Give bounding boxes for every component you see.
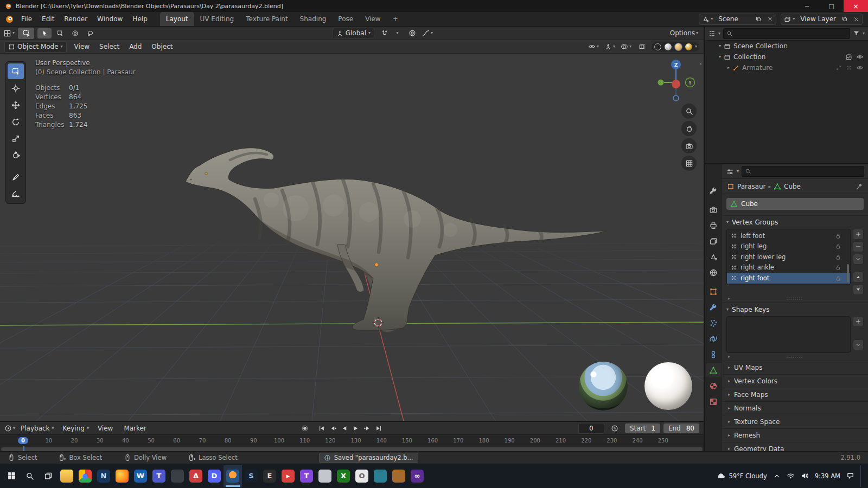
- viewport-menu-object[interactable]: Object: [146, 40, 177, 53]
- shading-wireframe[interactable]: [654, 43, 662, 51]
- taskbar-app-youtube[interactable]: ▸: [279, 465, 297, 487]
- vertex-group-right-foot[interactable]: right foot: [727, 273, 850, 284]
- ruler-frame[interactable]: 240: [625, 438, 650, 444]
- outliner-row-scene-collection[interactable]: ▾ Scene Collection: [705, 41, 868, 52]
- taskbar-app-xbox[interactable]: X: [334, 465, 353, 487]
- taskbar-app-file-explorer[interactable]: [58, 465, 76, 487]
- tool-scale[interactable]: [8, 131, 24, 146]
- move-group-down-button[interactable]: [853, 284, 864, 295]
- timeline-ruler[interactable]: 0 10 20 30 40 50 60 70 80 90 100 11: [0, 435, 704, 446]
- viewport-menu-select[interactable]: Select: [94, 40, 124, 53]
- properties-tab-wrench[interactable]: [706, 300, 722, 314]
- shading-solid[interactable]: [664, 43, 672, 51]
- viewport-menu-add[interactable]: Add: [124, 40, 146, 53]
- ortho-toggle-button[interactable]: [681, 156, 697, 171]
- next-keyframe-button[interactable]: [362, 423, 373, 433]
- panel-uv-maps[interactable]: ▸ UV Maps: [722, 361, 868, 374]
- tool-select-box[interactable]: [8, 63, 24, 79]
- options-dropdown[interactable]: Options▾: [670, 29, 698, 37]
- scene-name[interactable]: Scene: [716, 14, 752, 24]
- ruler-frame[interactable]: 100: [266, 438, 292, 444]
- panel-texture-space[interactable]: ▸ Texture Space: [722, 415, 868, 428]
- action-center-icon[interactable]: [846, 472, 854, 480]
- shading-dropdown[interactable]: ▾: [695, 44, 697, 49]
- checkbox-icon[interactable]: [845, 54, 852, 61]
- weather-widget[interactable]: 59°F Cloudy: [717, 472, 767, 480]
- ruler-frame[interactable]: 90: [241, 438, 266, 444]
- preview-range-toggle[interactable]: [608, 423, 622, 433]
- scene-new-button[interactable]: [752, 14, 764, 24]
- ruler-frame[interactable]: 50: [138, 438, 164, 444]
- menu-file[interactable]: File: [16, 12, 37, 26]
- timeline-menu-marker[interactable]: Marker: [119, 422, 152, 434]
- tool-rotate[interactable]: [8, 114, 24, 130]
- taskbar-app-twitch[interactable]: T: [297, 465, 316, 487]
- timeline-menu-keying[interactable]: Keying▾: [59, 422, 93, 434]
- taskbar-clock[interactable]: 9:39 AM: [815, 472, 840, 480]
- active-tool-button[interactable]: [18, 28, 34, 39]
- maximize-button[interactable]: □: [819, 0, 844, 12]
- tool-measure[interactable]: [8, 186, 24, 202]
- zoom-button[interactable]: [681, 104, 697, 119]
- lock-open-icon[interactable]: [835, 233, 841, 239]
- ruler-frame[interactable]: 30: [87, 438, 113, 444]
- ruler-frame[interactable]: 200: [522, 438, 548, 444]
- select-mode-circle[interactable]: [68, 28, 82, 38]
- collapse-icon[interactable]: ▾: [726, 220, 729, 224]
- network-icon[interactable]: [787, 472, 795, 480]
- taskbar-app-app-navy[interactable]: N: [94, 465, 113, 487]
- properties-tab-view-layer[interactable]: [706, 234, 722, 248]
- vertex-group-left-foot[interactable]: left foot: [727, 230, 850, 241]
- tool-cursor[interactable]: [8, 80, 24, 96]
- taskbar-app-app-slate[interactable]: [168, 465, 187, 487]
- ruler-frame[interactable]: 230: [599, 438, 624, 444]
- mode-dropdown[interactable]: Object Mode▾: [4, 41, 67, 53]
- overlays-dropdown[interactable]: ▾: [619, 42, 633, 52]
- ruler-frame[interactable]: 210: [548, 438, 573, 444]
- ruler-frame[interactable]: 60: [164, 438, 189, 444]
- viewport-menu-view[interactable]: View: [69, 40, 94, 53]
- view-layer-remove-button[interactable]: [851, 14, 862, 24]
- properties-tab-texture[interactable]: [706, 395, 722, 409]
- pan-button[interactable]: [681, 121, 697, 136]
- datablock-name-field[interactable]: Cube: [726, 198, 864, 210]
- ruler-frame[interactable]: 150: [394, 438, 420, 444]
- remove-vertex-group-button[interactable]: [853, 241, 864, 252]
- taskbar-app-teams[interactable]: T: [150, 465, 168, 487]
- workspace-tab-view[interactable]: View: [359, 12, 386, 26]
- shading-material-preview[interactable]: [674, 43, 682, 51]
- sidebar-toggle-arrow[interactable]: ‹: [700, 60, 702, 67]
- properties-tab-object-data[interactable]: [706, 363, 722, 377]
- vertex-group-right-leg[interactable]: right leg: [727, 241, 850, 252]
- properties-editor-icon[interactable]: [726, 168, 734, 176]
- ruler-frame[interactable]: 20: [61, 438, 87, 444]
- ruler-frame[interactable]: 120: [317, 438, 343, 444]
- outliner-editor-icon[interactable]: [708, 30, 716, 37]
- panel-face-maps[interactable]: ▸ Face Maps: [722, 388, 868, 401]
- timeline-menu-playback[interactable]: Playback▾: [16, 422, 59, 434]
- ruler-frame[interactable]: 130: [343, 438, 368, 444]
- timeline-menu-view[interactable]: View: [93, 422, 119, 434]
- add-shape-key-button[interactable]: [853, 316, 864, 327]
- tool-transform[interactable]: [8, 147, 24, 163]
- current-frame-field[interactable]: 0: [578, 423, 604, 434]
- ruler-frame[interactable]: 140: [369, 438, 394, 444]
- properties-tab-world[interactable]: [706, 266, 722, 280]
- gizmos-dropdown[interactable]: ▾: [603, 42, 617, 52]
- properties-tab-tool[interactable]: [706, 184, 722, 198]
- list-resize-grip[interactable]: ▸∷∷∷∷: [726, 353, 864, 361]
- minimize-button[interactable]: ─: [795, 0, 819, 12]
- eye-icon[interactable]: [856, 64, 864, 72]
- taskbar-app-word[interactable]: W: [131, 465, 150, 487]
- object-visibility-dropdown[interactable]: ▾: [586, 42, 601, 52]
- properties-tab-material[interactable]: [706, 379, 722, 393]
- ruler-frame[interactable]: 170: [445, 438, 471, 444]
- ruler-frame[interactable]: 220: [573, 438, 599, 444]
- shape-keys-list[interactable]: [726, 316, 851, 353]
- taskbar-app-app-teal[interactable]: [371, 465, 390, 487]
- select-mode-tweak[interactable]: [37, 28, 52, 38]
- blender-menu-icon[interactable]: [5, 15, 14, 24]
- taskbar-app-app-red[interactable]: A: [187, 465, 205, 487]
- shape-key-specials-button[interactable]: [853, 339, 864, 350]
- expand-icon[interactable]: ▾: [719, 44, 721, 48]
